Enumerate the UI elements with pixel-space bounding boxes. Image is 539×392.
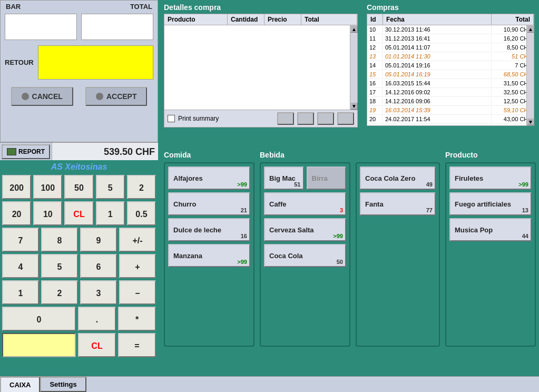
key-plusminus[interactable]: +/- bbox=[119, 228, 156, 252]
denom-20[interactable]: 20 bbox=[2, 201, 31, 226]
compras-title: Compras bbox=[367, 3, 534, 12]
bebida-section: Bebida Big Mac51 Birra Caffe3 Cerveza Sa… bbox=[260, 151, 350, 373]
store-name: AS Xeitosinas bbox=[0, 160, 158, 174]
print-summary-label: Print summary bbox=[178, 115, 219, 122]
producto-title: Producto bbox=[445, 151, 536, 159]
total-input[interactable] bbox=[81, 14, 153, 40]
producto-musica-pop[interactable]: Musica Pop44 bbox=[449, 218, 532, 241]
col-producto: Producto bbox=[164, 14, 228, 25]
bebida-caffe[interactable]: Caffe3 bbox=[264, 192, 346, 215]
producto-fuego-artificiales[interactable]: Fuego artificiales13 bbox=[449, 192, 532, 215]
bar-input[interactable] bbox=[5, 14, 77, 40]
key-9[interactable]: 9 bbox=[80, 228, 117, 252]
key-equals[interactable]: = bbox=[118, 333, 156, 357]
key-6[interactable]: 6 bbox=[80, 254, 117, 278]
producto-firuletes[interactable]: Firuletes>99 bbox=[449, 166, 532, 190]
scroll-down-arrow[interactable]: ▼ bbox=[350, 102, 358, 110]
compras-col-id: Id bbox=[367, 14, 383, 25]
retour-box bbox=[38, 45, 153, 80]
denom-200[interactable]: 200 bbox=[2, 175, 31, 199]
key-8[interactable]: 8 bbox=[41, 228, 78, 252]
detalles-title: Detalles compra bbox=[164, 3, 358, 12]
key-3[interactable]: 3 bbox=[80, 280, 117, 305]
table-row[interactable]: 1131.12.2013 16:4116,20 CHF bbox=[367, 34, 534, 43]
table-row[interactable]: 1505.01.2014 16:1968,50 CHF bbox=[367, 70, 534, 79]
bebida-fanta[interactable]: Fanta77 bbox=[360, 192, 436, 215]
bebida-extra-section: Coca Cola Zero49 Fanta77 bbox=[356, 151, 440, 373]
calculator: 200 100 50 5 2 20 10 CL 1 0.5 7 8 9 +/- … bbox=[0, 173, 158, 361]
bebida-coca-cola-zero[interactable]: Coca Cola Zero49 bbox=[360, 166, 436, 190]
retour-label: RETOUR bbox=[5, 58, 34, 66]
tab-settings[interactable]: Settings bbox=[40, 377, 86, 392]
comida-section: Comida Alfajores>99 Churro21 Dulce de le… bbox=[164, 151, 254, 373]
comida-churro[interactable]: Churro21 bbox=[168, 192, 250, 215]
key-4[interactable]: 4 bbox=[2, 254, 39, 278]
denom-1[interactable]: 1 bbox=[96, 201, 125, 226]
comida-manzana[interactable]: Manzana>99 bbox=[168, 244, 250, 267]
denom-cl[interactable]: CL bbox=[64, 201, 93, 226]
col-cantidad: Cantidad bbox=[228, 14, 264, 25]
denom-100[interactable]: 100 bbox=[33, 175, 62, 199]
bebida-coca-cola[interactable]: Coca Cola50 bbox=[264, 244, 346, 267]
table-row[interactable]: 1405.01.2014 19:167 CHF bbox=[367, 61, 534, 70]
denom-2[interactable]: 2 bbox=[127, 175, 156, 199]
cancel-button[interactable]: CANCEL bbox=[11, 87, 73, 106]
print-btn-3[interactable] bbox=[317, 112, 334, 125]
comida-alfajores[interactable]: Alfajores>99 bbox=[168, 166, 250, 190]
table-row[interactable]: 1616.03.2015 15:4431,50 CHF bbox=[367, 79, 534, 88]
col-precio: Precio bbox=[264, 14, 301, 25]
print-btn-1[interactable] bbox=[277, 112, 294, 125]
cancel-circle-icon bbox=[22, 93, 29, 100]
amount-display: 539.50 CHF bbox=[52, 143, 158, 160]
compras-section: Compras Id Fecha Total 1030.12.2013 11:4… bbox=[364, 0, 537, 129]
producto-section: Producto Firuletes>99 Fuego artificiales… bbox=[445, 151, 536, 373]
print-summary-checkbox[interactable] bbox=[168, 115, 175, 122]
calc-display bbox=[2, 333, 76, 357]
col-total: Total bbox=[301, 14, 357, 25]
denom-10[interactable]: 10 bbox=[33, 201, 62, 226]
compras-scroll-up[interactable]: ▲ bbox=[527, 25, 534, 33]
print-btn-2[interactable] bbox=[297, 112, 314, 125]
table-row[interactable]: 1301.01.2014 11:3051 CHF bbox=[367, 52, 534, 61]
report-icon bbox=[7, 148, 16, 155]
bebida-title: Bebida bbox=[260, 151, 350, 159]
table-row[interactable]: 1714.12.2016 09:0232,50 CHF bbox=[367, 88, 534, 97]
table-row[interactable]: 1916.03.2014 15:3959,10 CHF bbox=[367, 106, 534, 115]
report-button[interactable]: REPORT bbox=[2, 144, 50, 159]
detalles-scrollbar[interactable]: ▲ ▼ bbox=[350, 25, 357, 110]
key-2[interactable]: 2 bbox=[41, 280, 78, 305]
key-dot[interactable]: . bbox=[78, 307, 116, 331]
bebida-big-mac[interactable]: Big Mac51 bbox=[264, 166, 304, 190]
detalles-body: ▲ ▼ bbox=[164, 25, 357, 110]
print-btn-4[interactable] bbox=[337, 112, 354, 125]
table-row[interactable]: 1030.12.2013 11:4610,90 CHF bbox=[367, 25, 534, 34]
compras-col-total: Total bbox=[492, 14, 534, 25]
bar-label: BAR bbox=[6, 3, 21, 11]
comida-title: Comida bbox=[164, 151, 254, 159]
key-minus[interactable]: − bbox=[119, 280, 156, 305]
table-row[interactable]: 1205.01.2014 11:078,50 CHF bbox=[367, 43, 534, 52]
key-1[interactable]: 1 bbox=[2, 280, 39, 305]
table-row[interactable]: 1814.12.2016 09:0612,50 CHF bbox=[367, 97, 534, 106]
scroll-up-arrow[interactable]: ▲ bbox=[350, 25, 358, 33]
compras-scroll-down[interactable]: ▼ bbox=[527, 118, 534, 125]
key-plus[interactable]: + bbox=[119, 254, 156, 278]
tab-caixa[interactable]: CAIXA bbox=[0, 377, 40, 392]
accept-button[interactable]: ACCEPT bbox=[85, 87, 148, 106]
key-5[interactable]: 5 bbox=[41, 254, 78, 278]
key-0[interactable]: 0 bbox=[2, 307, 76, 331]
denom-50[interactable]: 50 bbox=[64, 175, 93, 199]
key-7[interactable]: 7 bbox=[2, 228, 39, 252]
bebida-birra[interactable]: Birra bbox=[307, 166, 347, 190]
table-row[interactable]: 2024.02.2017 11:5443,00 CHF bbox=[367, 115, 534, 124]
key-cl[interactable]: CL bbox=[78, 333, 116, 357]
comida-dulce-de-leche[interactable]: Dulce de leche16 bbox=[168, 218, 250, 241]
denom-5[interactable]: 5 bbox=[96, 175, 125, 199]
table-row[interactable]: 2125.02.2017 16:051,50 CHF bbox=[367, 124, 534, 125]
key-multiply[interactable]: * bbox=[118, 307, 156, 331]
bottom-tabs: CAIXA Settings bbox=[0, 376, 539, 392]
compras-body: 1030.12.2013 11:4610,90 CHF 1131.12.2013… bbox=[367, 25, 534, 125]
denom-0-5[interactable]: 0.5 bbox=[127, 201, 156, 226]
compras-scrollbar[interactable]: ▲ ▼ bbox=[526, 25, 534, 125]
bebida-cerveza-salta[interactable]: Cerveza Salta>99 bbox=[264, 218, 346, 241]
